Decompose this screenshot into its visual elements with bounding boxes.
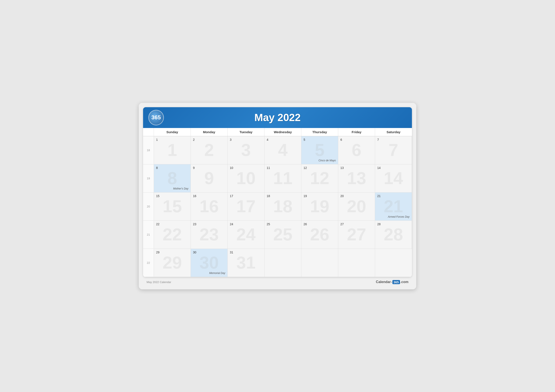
day-number: 2: [193, 138, 225, 142]
day-number: 9: [193, 166, 225, 170]
day-cell-20: 2020: [338, 192, 375, 221]
holiday-label: Mother's Day: [173, 187, 188, 190]
week-number-21: 21: [143, 221, 154, 249]
day-cell-6: 66: [338, 136, 375, 164]
day-cell-9: 99: [191, 164, 228, 192]
day-number: 26: [304, 222, 336, 226]
calendar-container: 365 May 2022 Sunday Monday Tuesday Wedne…: [143, 107, 412, 277]
watermark: 21: [384, 196, 403, 216]
footer: May 2022 Calendar Calendar-365.com: [143, 277, 412, 285]
day-number: 17: [230, 194, 262, 198]
day-number: 25: [267, 222, 299, 226]
day-cell-12: 1212: [301, 164, 338, 192]
watermark: 12: [310, 168, 329, 188]
watermark: 7: [388, 140, 398, 160]
footer-left-text: May 2022 Calendar: [146, 280, 171, 284]
watermark: 5: [315, 140, 325, 160]
day-cell-24: 2424: [228, 221, 264, 249]
day-cell-7: 77: [375, 136, 412, 164]
day-cell-17: 1717: [228, 192, 264, 221]
day-header-monday: Monday: [191, 128, 228, 136]
watermark: 6: [352, 140, 361, 160]
day-number: 16: [193, 194, 225, 198]
day-number: 6: [340, 138, 373, 142]
day-number: 23: [193, 222, 225, 226]
day-cell-empty: [301, 249, 338, 277]
day-number: 30: [193, 250, 225, 254]
day-header-friday: Friday: [338, 128, 375, 136]
calendar-header: 365 May 2022: [143, 107, 412, 128]
footer-domain: .com: [401, 280, 409, 284]
day-cell-21: 2121Armed Forces Day: [375, 192, 412, 221]
day-number: 20: [340, 194, 373, 198]
watermark: 18: [273, 196, 292, 216]
watermark: 27: [347, 225, 366, 244]
day-cell-empty: [375, 249, 412, 277]
day-cell-5: 55Cinco de Mayo: [301, 136, 338, 164]
footer-365: 365: [392, 280, 400, 284]
watermark: 15: [163, 196, 182, 216]
watermark: 9: [204, 168, 214, 188]
day-cell-25: 2525: [264, 221, 301, 249]
day-number: 14: [377, 166, 409, 170]
holiday-label: Armed Forces Day: [388, 215, 409, 218]
day-number: 21: [377, 194, 409, 198]
day-cell-1: 11: [154, 136, 191, 164]
calendar-title: May 2022: [148, 112, 407, 123]
watermark: 3: [241, 140, 251, 160]
day-cell-30: 3030Memorial Day: [191, 249, 228, 277]
watermark: 28: [384, 225, 403, 244]
day-number: 3: [230, 138, 262, 142]
day-cell-13: 1313: [338, 164, 375, 192]
watermark: 8: [167, 168, 177, 188]
day-number: 31: [230, 250, 262, 254]
week-num-header: [143, 128, 154, 136]
watermark: 24: [236, 225, 256, 244]
day-cell-23: 2323: [191, 221, 228, 249]
day-number: 11: [267, 166, 299, 170]
watermark: 14: [384, 168, 403, 188]
week-number-18: 18: [143, 136, 154, 164]
day-number: 5: [304, 138, 336, 142]
watermark: 19: [310, 196, 329, 216]
day-number: 10: [230, 166, 262, 170]
watermark: 16: [199, 196, 219, 216]
day-number: 1: [156, 138, 188, 142]
day-cell-14: 1414: [375, 164, 412, 192]
day-header-thursday: Thursday: [301, 128, 338, 136]
day-number: 27: [340, 222, 373, 226]
watermark: 17: [236, 196, 256, 216]
calendar-body: Sunday Monday Tuesday Wednesday Thursday…: [143, 128, 412, 277]
day-cell-19: 1919: [301, 192, 338, 221]
day-number: 29: [156, 250, 188, 254]
week-number-22: 22: [143, 249, 154, 277]
week-number-20: 20: [143, 192, 154, 221]
watermark: 1: [167, 140, 177, 160]
day-number: 24: [230, 222, 262, 226]
page-wrapper: 365 May 2022 Sunday Monday Tuesday Wedne…: [139, 103, 416, 289]
day-header-sunday: Sunday: [154, 128, 191, 136]
day-number: 4: [267, 138, 299, 142]
holiday-label: Memorial Day: [209, 271, 225, 275]
day-cell-18: 1818: [264, 192, 301, 221]
watermark: 20: [347, 196, 366, 216]
day-cell-31: 3131: [228, 249, 264, 277]
day-number: 12: [304, 166, 336, 170]
logo: 365: [148, 110, 164, 125]
watermark: 25: [273, 225, 292, 244]
day-cell-11: 1111: [264, 164, 301, 192]
day-header-tuesday: Tuesday: [228, 128, 264, 136]
day-number: 22: [156, 222, 188, 226]
day-headers-row: Sunday Monday Tuesday Wednesday Thursday…: [143, 128, 412, 136]
day-number: 15: [156, 194, 188, 198]
day-number: 18: [267, 194, 299, 198]
day-cell-16: 1616: [191, 192, 228, 221]
watermark: 23: [199, 225, 219, 244]
watermark: 11: [273, 168, 292, 188]
day-number: 19: [304, 194, 336, 198]
watermark: 31: [236, 253, 256, 273]
footer-brand: Calendar-365.com: [376, 280, 409, 284]
day-cell-28: 2828: [375, 221, 412, 249]
week-number-19: 19: [143, 164, 154, 192]
watermark: 26: [310, 225, 329, 244]
